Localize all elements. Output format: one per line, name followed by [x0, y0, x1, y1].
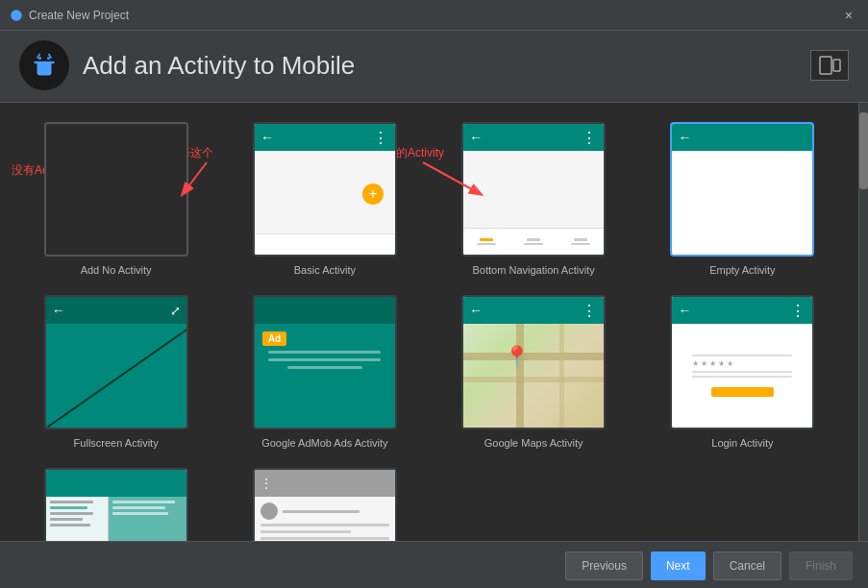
fullscreen-body [46, 324, 186, 428]
bottom-nav-back: ← [469, 130, 483, 145]
header-icon-right [810, 50, 849, 81]
activity-grid-container[interactable]: 没有Activity 一般选择这个 空的Activity Add No Acti… [0, 103, 858, 541]
masterdetail-body [46, 497, 186, 541]
page-title: Add an Activity to Mobile [83, 51, 355, 81]
maps-body: 📍 [463, 324, 604, 428]
admob-body: Ad [255, 324, 395, 428]
empty-content [672, 151, 812, 255]
login-menu: ⋮ [790, 302, 806, 320]
close-button[interactable]: × [839, 6, 858, 25]
maps-card: ← ⋮ 📍 [461, 295, 606, 429]
activity-grid: Add No Activity ← ⋮ + [19, 122, 839, 541]
basic-top-bar: ← ⋮ [255, 124, 395, 151]
login-back: ← [678, 303, 691, 318]
title-bar: Create New Project × [0, 0, 868, 31]
admob-ad-label: Ad [262, 331, 286, 346]
bottom-nav-mock: ← ⋮ [463, 124, 604, 255]
empty-activity-mock: ← [672, 124, 812, 255]
basic-activity-card: ← ⋮ + [253, 122, 397, 257]
svg-rect-6 [833, 60, 840, 71]
fullscreen-back: ← [52, 303, 65, 318]
device-icon [818, 56, 841, 75]
admob-top-bar [255, 297, 395, 324]
android-small-icon [10, 9, 23, 22]
svg-point-1 [38, 57, 41, 60]
svg-rect-5 [820, 57, 831, 74]
title-bar-left: Create New Project [10, 9, 129, 22]
basic-back-arrow: ← [260, 130, 274, 145]
activity-item-navdrawer[interactable]: ⋮ [228, 468, 421, 541]
maps-mock: ← ⋮ 📍 [463, 297, 604, 428]
basic-activity-mock: ← ⋮ + [255, 124, 395, 255]
fullscreen-card: ← ⤢ [44, 295, 188, 429]
maps-menu: ⋮ [582, 302, 598, 320]
login-mock: ← ⋮ ★★★★★ [672, 297, 812, 428]
activity-item-empty-activity[interactable]: ← Empty Activity [646, 122, 839, 276]
activity-item-masterdetail[interactable]: Master/Detail Flow [19, 468, 212, 541]
activity-item-add-no-activity[interactable]: Add No Activity [19, 122, 212, 276]
previous-button[interactable]: Previous [565, 551, 643, 580]
empty-activity-card: ← [670, 122, 814, 257]
login-card: ← ⋮ ★★★★★ [670, 295, 814, 429]
dialog-header: Add an Activity to Mobile [0, 31, 868, 103]
scrollbar-thumb[interactable] [859, 112, 868, 189]
basic-menu-dots: ⋮ [373, 129, 389, 147]
admob-card: Ad [253, 295, 397, 429]
bottom-nav-card: ← ⋮ [461, 122, 606, 257]
content-area: 没有Activity 一般选择这个 空的Activity Add No Acti… [0, 103, 868, 541]
android-logo [19, 40, 69, 90]
activity-item-login[interactable]: ← ⋮ ★★★★★ [646, 295, 839, 449]
bottom-nav-label: Bottom Navigation Activity [473, 264, 595, 276]
masterdetail-card [44, 468, 188, 541]
nav-item-1 [463, 238, 510, 245]
login-body: ★★★★★ [672, 324, 812, 428]
activity-item-basic-activity[interactable]: ← ⋮ + Basic Activity [228, 122, 421, 276]
maps-back: ← [469, 303, 483, 318]
admob-label: Google AdMob Ads Activity [261, 437, 387, 449]
navdrawer-dots: ⋮ [260, 477, 272, 490]
bottom-nav-bar [463, 228, 604, 255]
basic-fab: + [362, 184, 384, 205]
add-no-activity-label: Add No Activity [81, 264, 152, 276]
login-label: Login Activity [711, 437, 773, 449]
empty-back: ← [678, 130, 691, 145]
bottom-nav-content [463, 151, 604, 228]
navdrawer-mock: ⋮ [255, 470, 395, 541]
navdrawer-top-bar: ⋮ [255, 470, 395, 497]
add-no-activity-card [44, 122, 188, 257]
navdrawer-card: ⋮ [253, 468, 397, 541]
empty-activity-label: Empty Activity [709, 264, 775, 276]
fullscreen-label: Fullscreen Activity [74, 437, 159, 449]
fullscreen-diagonal [46, 328, 187, 429]
cancel-button[interactable]: Cancel [713, 551, 781, 580]
activity-item-maps[interactable]: ← ⋮ 📍 Google M [437, 295, 631, 449]
basic-activity-label: Basic Activity [294, 264, 356, 276]
maps-pin-icon: 📍 [504, 345, 530, 370]
dialog-footer: Previous Next Cancel Finish [0, 541, 868, 588]
next-button[interactable]: Next [651, 551, 706, 580]
scrollbar[interactable] [858, 103, 868, 541]
activity-item-admob[interactable]: Ad Google AdMob Ads Activity [228, 295, 421, 449]
title-bar-text: Create New Project [29, 9, 129, 22]
fullscreen-expand-icon: ⤢ [170, 304, 181, 318]
masterdetail-top-bar [46, 470, 186, 497]
login-top-bar: ← ⋮ [672, 297, 812, 324]
maps-label: Google Maps Activity [484, 437, 583, 449]
fullscreen-top-bar: ← ⤢ [46, 297, 186, 324]
svg-point-0 [11, 10, 22, 21]
admob-mock: Ad [255, 297, 395, 428]
fullscreen-mock: ← ⤢ [46, 297, 186, 428]
masterdetail-mock [46, 470, 186, 541]
login-submit-btn [711, 387, 774, 397]
svg-point-2 [47, 57, 50, 60]
basic-bottom-bar [255, 233, 395, 255]
navdrawer-body [255, 497, 395, 541]
activity-item-fullscreen[interactable]: ← ⤢ Fullscreen Activity [19, 295, 212, 449]
bottom-nav-menu: ⋮ [582, 129, 598, 147]
nav-item-2 [510, 238, 558, 245]
bottom-nav-top-bar: ← ⋮ [463, 124, 604, 151]
maps-top-bar: ← ⋮ [463, 297, 604, 324]
finish-button[interactable]: Finish [789, 551, 853, 580]
activity-item-bottom-nav[interactable]: ← ⋮ [437, 122, 631, 276]
nav-item-3 [557, 238, 604, 245]
